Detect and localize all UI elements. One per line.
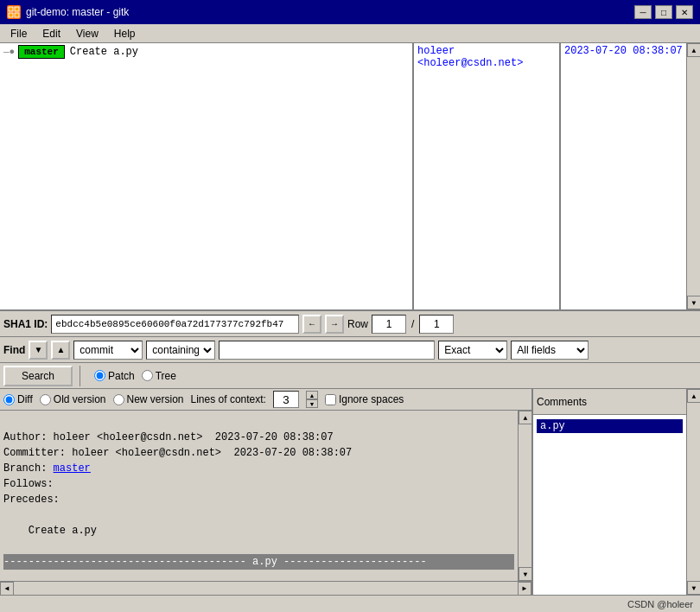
diff-text[interactable]: Author: holeer <holeer@csdn.net> 2023-07…	[0, 411, 518, 581]
find-type-select[interactable]: commit author committer	[73, 341, 143, 360]
old-version-radio[interactable]	[40, 394, 51, 405]
right-scroll-down[interactable]: ▼	[687, 581, 700, 595]
svg-rect-1	[15, 7, 19, 11]
commit-vscrollbar[interactable]: ▲ ▼	[686, 43, 700, 309]
blank-line2	[3, 540, 10, 552]
new-version-text: New version	[127, 393, 184, 405]
hscroll-track[interactable]	[14, 582, 518, 596]
menu-file[interactable]: File	[3, 26, 34, 41]
old-version-text: Old version	[54, 393, 106, 405]
find-down-button[interactable]: ▼	[29, 341, 48, 360]
row-count: 1	[419, 315, 454, 334]
committer-line: Committer: holeer <holeer@csdn.net> 2023…	[3, 447, 352, 459]
row-label: Row	[347, 318, 368, 330]
menu-edit[interactable]: Edit	[35, 26, 67, 41]
titlebar: git-demo: master - gitk ─ □ ✕	[0, 0, 700, 24]
search-button[interactable]: Search	[3, 366, 73, 386]
context-spinner[interactable]: ▲ ▼	[306, 391, 318, 408]
nav-forward-button[interactable]: →	[325, 315, 344, 334]
commit-msg-line: Create a.py	[3, 525, 97, 537]
sha-value[interactable]: ebdcc4b5e0895ce60600f0a72d177377c792fb47	[51, 315, 299, 334]
titlebar-controls: ─ □ ✕	[634, 5, 693, 19]
commit-graph[interactable]: —● master Create a.py	[0, 43, 414, 309]
nav-back-button[interactable]: ←	[302, 315, 321, 334]
diff-options-row: Diff Old version New version Lines of co…	[0, 389, 531, 411]
patch-radio[interactable]	[94, 370, 105, 381]
right-panel-header: Comments	[533, 389, 686, 415]
new-version-radio[interactable]	[113, 394, 124, 405]
old-version-label[interactable]: Old version	[40, 393, 106, 405]
hscroll-right[interactable]: ▶	[518, 582, 531, 596]
sha-row: SHA1 ID: ebdcc4b5e0895ce60600f0a72d17737…	[0, 311, 700, 337]
right-scroll-track[interactable]	[687, 403, 700, 581]
svg-rect-2	[9, 13, 13, 17]
commit-scroll-down[interactable]: ▼	[687, 296, 700, 309]
diff-radio[interactable]	[3, 394, 15, 405]
titlebar-title: git-demo: master - gitk	[26, 6, 129, 18]
diff-scroll-up[interactable]: ▲	[519, 411, 531, 424]
titlebar-left: git-demo: master - gitk	[7, 5, 129, 19]
context-label: Lines of context:	[191, 393, 266, 405]
menu-view[interactable]: View	[69, 26, 105, 41]
patch-label: Patch	[108, 370, 135, 382]
minimize-button[interactable]: ─	[634, 5, 652, 19]
diff-label: Diff	[17, 393, 33, 405]
search-row: Search Patch Tree	[0, 363, 700, 389]
spinner-down[interactable]: ▼	[306, 399, 318, 408]
author-line: Author: holeer <holeer@csdn.net> 2023-07…	[3, 431, 334, 443]
separator-line: --------------------------------------- …	[3, 554, 514, 570]
tree-label: Tree	[156, 370, 176, 382]
right-panel-content[interactable]: a.py	[533, 415, 686, 595]
row-number-input[interactable]	[372, 315, 406, 334]
blank-line	[3, 509, 10, 521]
tree-radio-label[interactable]: Tree	[142, 370, 176, 382]
statusbar-text: CSDN @holeer	[627, 599, 693, 609]
commit-author: holeer <holeer@csdn.net>	[417, 45, 523, 69]
commit-scroll-up[interactable]: ▲	[687, 43, 700, 57]
diff-content-area: Author: holeer <holeer@csdn.net> 2023-07…	[0, 411, 531, 581]
right-panel-inner: Comments a.py ▲ ▼	[533, 389, 700, 595]
right-panel-main: Comments a.py	[533, 389, 686, 595]
commit-arrow-icon: —●	[3, 47, 15, 57]
branch-label-master: master	[18, 45, 65, 59]
new-version-label[interactable]: New version	[113, 393, 184, 405]
close-button[interactable]: ✕	[676, 5, 693, 19]
find-containing-select[interactable]: containing: not containing:	[146, 341, 215, 360]
commit-scroll-track[interactable]	[687, 57, 700, 296]
right-vscrollbar[interactable]: ▲ ▼	[686, 389, 700, 595]
diff-scroll-down[interactable]: ▼	[519, 567, 531, 581]
find-up-button[interactable]: ▲	[51, 341, 70, 360]
precedes-line: Precedes:	[3, 494, 60, 506]
branch-line: Branch: master	[3, 462, 91, 475]
diff-scroll-track[interactable]	[519, 424, 531, 567]
file-item-apy[interactable]: a.py	[537, 419, 683, 433]
find-fields-select[interactable]: All fields Headline Comments Author Comm…	[511, 341, 589, 360]
find-text-input[interactable]	[219, 341, 435, 360]
commit-author-col: holeer <holeer@csdn.net>	[414, 43, 561, 309]
ignore-spaces-checkbox[interactable]	[325, 394, 336, 405]
statusbar: CSDN @holeer	[0, 595, 700, 612]
commit-date: 2023-07-20 08:38:07	[564, 45, 683, 57]
find-exact-select[interactable]: Exact IgnCase Regexp	[438, 341, 507, 360]
follows-line: Follows:	[3, 478, 54, 490]
maximize-button[interactable]: □	[655, 5, 672, 19]
patch-radio-label[interactable]: Patch	[94, 370, 135, 382]
right-scroll-up[interactable]: ▲	[687, 389, 700, 403]
diff-vscrollbar[interactable]: ▲ ▼	[518, 411, 531, 581]
hscroll-left[interactable]: ◀	[0, 582, 14, 596]
find-label: Find	[3, 344, 25, 356]
branch-link[interactable]: master	[54, 462, 91, 475]
context-value-input[interactable]	[273, 391, 299, 408]
tree-radio[interactable]	[142, 370, 153, 381]
diff-radio-label[interactable]: Diff	[3, 393, 33, 405]
commit-area: —● master Create a.py holeer <holeer@csd…	[0, 43, 700, 311]
ignore-spaces-label[interactable]: Ignore spaces	[325, 393, 404, 405]
menubar: File Edit View Help	[0, 24, 700, 43]
menu-help[interactable]: Help	[107, 26, 143, 41]
spinner-up[interactable]: ▲	[306, 391, 318, 399]
main-content: —● master Create a.py holeer <holeer@csd…	[0, 43, 700, 612]
diff-hscrollbar[interactable]: ◀ ▶	[0, 581, 531, 595]
git-icon	[7, 5, 21, 19]
divider	[80, 366, 80, 386]
commit-date-col: 2023-07-20 08:38:07	[561, 43, 686, 309]
